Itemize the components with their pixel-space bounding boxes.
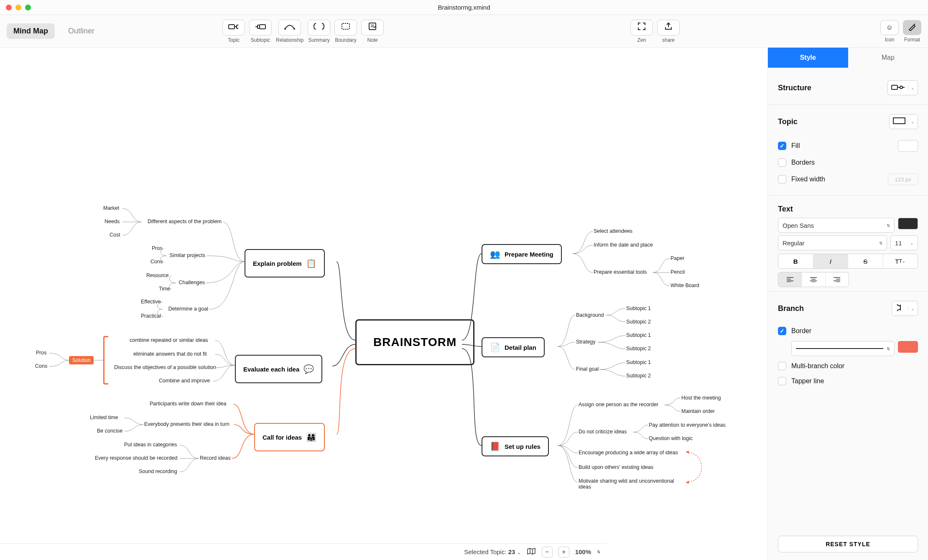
- leaf[interactable]: Challenges: [176, 280, 205, 285]
- leaf[interactable]: Put ideas in categories: [124, 442, 177, 448]
- leaf[interactable]: Practical: [141, 313, 161, 319]
- border-color-swatch[interactable]: [898, 341, 918, 353]
- tool-summary[interactable]: Summary: [308, 20, 330, 43]
- topic-setup-rules[interactable]: 📕 Set up rules: [482, 436, 549, 456]
- tool-share[interactable]: share: [657, 20, 680, 43]
- view-tab-outliner[interactable]: Outliner: [61, 23, 101, 39]
- fixed-width-checkbox[interactable]: [778, 175, 786, 183]
- tool-zen[interactable]: Zen: [630, 20, 653, 43]
- leaf[interactable]: Resource: [146, 272, 169, 278]
- leaf[interactable]: Question with logic: [649, 435, 693, 441]
- leaf[interactable]: eliminate answers that do not fit: [133, 351, 207, 357]
- tab-map[interactable]: Map: [848, 48, 928, 68]
- leaf[interactable]: Effective: [141, 299, 161, 305]
- topic-call-for-ideas[interactable]: Call for ideas 👨‍👩‍👧: [254, 423, 325, 451]
- leaf[interactable]: Sound recording: [139, 468, 177, 474]
- central-topic[interactable]: BRAINSTORM: [355, 319, 474, 365]
- tool-subtopic[interactable]: Subtopic: [249, 20, 272, 43]
- text-color-swatch[interactable]: [898, 218, 918, 229]
- borders-checkbox[interactable]: [778, 158, 786, 167]
- leaf[interactable]: Time: [159, 286, 170, 292]
- text-case-button[interactable]: TT ⌄: [883, 254, 918, 268]
- tab-style[interactable]: Style: [768, 48, 848, 68]
- border-line-select[interactable]: ⇅: [791, 341, 895, 356]
- align-center-button[interactable]: [801, 272, 825, 287]
- branch-style-dropdown[interactable]: ⌄: [892, 301, 918, 316]
- leaf[interactable]: Limited time: [90, 415, 118, 420]
- leaf[interactable]: Cost: [110, 232, 120, 238]
- mindmap-canvas[interactable]: BRAINSTORM 👥 Prepare Meeting 📄 Detail pl…: [0, 48, 767, 560]
- leaf[interactable]: combine repeated or similar ideas: [130, 337, 208, 343]
- leaf[interactable]: Cons: [35, 363, 47, 369]
- bold-button[interactable]: B: [778, 254, 813, 268]
- topic-explain-problem[interactable]: Explain problem 📋: [245, 249, 325, 277]
- zoom-stepper-icon[interactable]: ⇅: [597, 550, 600, 554]
- leaf[interactable]: Pencil: [671, 269, 685, 275]
- tapper-checkbox[interactable]: [778, 377, 786, 385]
- leaf[interactable]: Record ideas: [200, 455, 231, 461]
- leaf[interactable]: Subtopic 1: [626, 359, 651, 365]
- close-window-button[interactable]: [6, 5, 12, 10]
- font-family-select[interactable]: Open Sans⇅: [778, 218, 895, 233]
- fullscreen-window-button[interactable]: [25, 5, 31, 10]
- summary-label[interactable]: Solution: [69, 356, 94, 364]
- leaf[interactable]: Motivate sharing wild and unconventional…: [579, 478, 683, 490]
- leaf[interactable]: Combine and improve: [159, 378, 210, 384]
- multicolor-checkbox[interactable]: [778, 362, 786, 370]
- topic-shape-dropdown[interactable]: ⌄: [889, 114, 918, 129]
- leaf[interactable]: Prepare essential tools: [594, 269, 647, 275]
- leaf[interactable]: Determine a goal: [162, 306, 208, 312]
- leaf[interactable]: Everybody presents their idea in turn: [144, 421, 229, 427]
- leaf[interactable]: Be concise: [97, 428, 122, 434]
- font-size-select[interactable]: 11⌄: [890, 235, 918, 250]
- leaf[interactable]: Assign one person as the recorder: [579, 402, 658, 407]
- leaf[interactable]: Needs: [105, 219, 120, 224]
- leaf[interactable]: Market: [103, 205, 119, 211]
- leaf[interactable]: Subtopic 1: [626, 305, 651, 311]
- fill-color-swatch[interactable]: [898, 140, 918, 152]
- leaf[interactable]: Final goal: [576, 366, 599, 372]
- align-right-button[interactable]: [825, 272, 849, 287]
- tool-note[interactable]: Note: [361, 20, 384, 43]
- minimize-window-button[interactable]: [15, 5, 21, 10]
- leaf[interactable]: Participants write down their idea: [150, 401, 226, 407]
- topic-prepare-meeting[interactable]: 👥 Prepare Meeting: [482, 244, 562, 264]
- leaf[interactable]: Maintain order: [681, 408, 715, 414]
- leaf[interactable]: Every response should be recorded: [95, 455, 177, 461]
- leaf[interactable]: Discuss the objectives of a possible sol…: [114, 364, 216, 370]
- leaf[interactable]: Paper: [671, 255, 684, 261]
- zoom-out-button[interactable]: −: [542, 547, 553, 557]
- fill-checkbox[interactable]: [778, 142, 786, 150]
- leaf[interactable]: Cons: [150, 259, 163, 265]
- leaf[interactable]: Different aspects of the problem: [142, 219, 222, 224]
- tool-icon[interactable]: ☺ Icon: [880, 20, 899, 43]
- leaf[interactable]: Host the meeting: [681, 395, 721, 401]
- leaf[interactable]: Background: [576, 312, 604, 318]
- italic-button[interactable]: I: [813, 254, 848, 268]
- leaf[interactable]: Pros: [36, 350, 47, 356]
- leaf[interactable]: Similar projects: [165, 252, 205, 258]
- leaf[interactable]: Pay attention to everyone's ideas: [649, 422, 726, 428]
- font-weight-select[interactable]: Regular⇅: [778, 235, 887, 250]
- tool-relationship[interactable]: Relationship: [276, 20, 303, 43]
- leaf[interactable]: Do not criticize ideas: [579, 429, 627, 435]
- leaf[interactable]: Build upon others' existing ideas: [579, 464, 653, 470]
- topic-evaluate-idea[interactable]: Evaluate each idea 💬: [235, 355, 322, 383]
- leaf[interactable]: White Board: [671, 283, 699, 288]
- leaf[interactable]: Select attendees: [594, 228, 632, 234]
- map-overview-icon[interactable]: [527, 547, 536, 556]
- leaf[interactable]: Subtopic 2: [626, 346, 651, 351]
- leaf[interactable]: Subtopic 1: [626, 332, 651, 338]
- leaf[interactable]: Encourage producing a wide array of idea…: [579, 450, 678, 456]
- topic-detail-plan[interactable]: 📄 Detail plan: [482, 337, 545, 357]
- border-checkbox[interactable]: [778, 327, 786, 335]
- zoom-in-button[interactable]: +: [558, 547, 569, 557]
- structure-dropdown[interactable]: ⌄: [887, 80, 918, 95]
- strike-button[interactable]: S: [848, 254, 883, 268]
- tool-boundary[interactable]: Boundary: [334, 20, 357, 43]
- tool-format[interactable]: Format: [903, 20, 921, 43]
- leaf[interactable]: Strategy: [576, 339, 596, 345]
- leaf[interactable]: Subtopic 2: [626, 373, 651, 379]
- leaf[interactable]: Pros: [152, 245, 163, 251]
- reset-style-button[interactable]: RESET STYLE: [778, 536, 918, 552]
